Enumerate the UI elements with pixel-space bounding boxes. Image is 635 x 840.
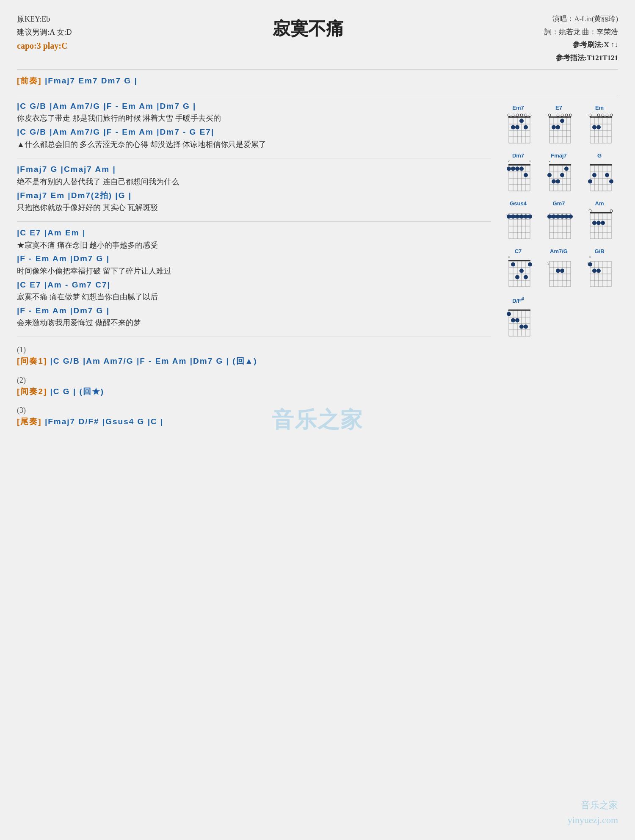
chord-diagram-am: Am xyxy=(581,200,618,242)
svg-point-112 xyxy=(605,173,609,177)
interlude2-num: (2) xyxy=(17,376,491,385)
svg-point-164 xyxy=(589,210,591,212)
chord-diagram-dm7: Dm7×× xyxy=(500,152,537,194)
svg-point-40 xyxy=(556,125,560,129)
svg-point-12 xyxy=(508,114,510,116)
svg-point-76 xyxy=(511,166,515,171)
svg-rect-42 xyxy=(590,116,612,118)
main-content: |C G/B |Am Am7/G |F - Em Am |Dm7 G | 你皮衣… xyxy=(17,100,618,432)
svg-rect-98 xyxy=(590,164,612,166)
chorus-lyric3: 寂寞不痛 痛在做梦 幻想当你自由腻了以后 xyxy=(17,291,491,303)
bridge-chords1: |Fmaj7 G |Cmaj7 Am | xyxy=(17,163,491,176)
svg-point-199 xyxy=(556,268,560,273)
page: 原KEY:Eb 建议男调:A 女:D capo:3 play:C 寂寞不痛 演唱… xyxy=(0,0,635,840)
chord-diagram-g: G xyxy=(581,152,618,194)
svg-point-128 xyxy=(511,214,515,218)
chord-diagram-gsus4: Gsus43 xyxy=(500,200,537,242)
chorus-lyric2: 时间像笨小偷把幸福打破 留下了碎片让人难过 xyxy=(17,265,491,277)
svg-point-34 xyxy=(548,114,551,116)
svg-point-168 xyxy=(601,221,605,225)
svg-point-186 xyxy=(528,262,532,266)
svg-point-148 xyxy=(556,214,560,218)
svg-point-21 xyxy=(524,125,528,129)
interlude1-num: (1) xyxy=(17,345,491,354)
chorus-lyric4: 会来激动吻我用爱悔过 做醒不来的梦 xyxy=(17,317,491,329)
svg-point-77 xyxy=(515,166,519,171)
interlude2-label: [间奏2] xyxy=(17,387,47,396)
svg-point-37 xyxy=(565,114,568,116)
chord-svg xyxy=(503,305,533,340)
song-title: 寂寞不痛 xyxy=(72,13,544,41)
chord-name: Gsus4 xyxy=(510,200,527,207)
svg-point-215 xyxy=(592,268,596,273)
svg-point-150 xyxy=(564,214,569,218)
svg-point-56 xyxy=(602,114,604,116)
chord-name: E7 xyxy=(555,105,562,111)
svg-point-200 xyxy=(560,268,564,273)
svg-point-146 xyxy=(547,214,552,218)
singer: 演唱：A-Lin(黄丽玲) xyxy=(544,13,618,26)
chord-diagrams: Em7E7EmDm7××Fmaj7×GGsus43Gm73AmC7×Am7/G3… xyxy=(500,100,618,432)
header-area: 原KEY:Eb 建议男调:A 女:D capo:3 play:C 寂寞不痛 演唱… xyxy=(17,13,618,64)
svg-point-58 xyxy=(610,114,613,116)
svg-point-17 xyxy=(529,114,531,116)
chord-name: Dm7 xyxy=(512,152,524,159)
svg-point-20 xyxy=(519,119,524,123)
svg-point-39 xyxy=(552,125,556,129)
svg-point-16 xyxy=(525,114,527,116)
chord-diagram-gb: G/B5× xyxy=(581,248,618,290)
interlude3: (3) [尾奏] |Fmaj7 D/F# |Gsus4 G |C | xyxy=(17,406,491,428)
svg-point-182 xyxy=(511,262,515,266)
svg-point-167 xyxy=(596,221,601,225)
chord-diagram-em: Em xyxy=(581,105,618,146)
svg-point-38 xyxy=(569,114,572,116)
interlude3-line: [尾奏] |Fmaj7 D/F# |Gsus4 G |C | xyxy=(17,416,491,428)
prelude-line: [前奏] |Fmaj7 Em7 Dm7 G | xyxy=(17,75,618,87)
chord-svg xyxy=(584,112,615,146)
chorus-chords4: |F - Em Am |Dm7 G | xyxy=(17,305,491,317)
svg-point-166 xyxy=(592,221,596,225)
svg-point-55 xyxy=(597,114,600,116)
chord-svg: 3 xyxy=(503,207,533,242)
chord-svg xyxy=(584,207,615,242)
chorus-chords3: |C E7 |Am - Gm7 C7| xyxy=(17,279,491,291)
chord-svg: 5× xyxy=(584,255,615,290)
chord-name: Fmaj7 xyxy=(551,152,567,159)
verse1-lyric2: ▲什么都总会旧的 多么苦涩无奈的心得 却没选择 体谅地相信你只是爱累了 xyxy=(17,138,491,151)
svg-point-79 xyxy=(524,173,528,177)
chord-svg: ×× xyxy=(503,160,533,194)
svg-point-151 xyxy=(569,214,573,218)
verse1-chords2: |C G/B |Am Am7/G |F - Em Am |Dm7 - G E7| xyxy=(17,126,491,138)
original-key: 原KEY:Eb xyxy=(17,13,72,26)
svg-point-229 xyxy=(507,312,511,316)
svg-point-96 xyxy=(560,173,564,177)
interlude2-chords: |C G | (回★) xyxy=(50,387,105,396)
svg-point-59 xyxy=(592,125,596,129)
svg-point-19 xyxy=(515,125,519,129)
chorus-section: |C E7 |Am Em | ★寂寞不痛 痛在念旧 越小的事越多的感受 |F -… xyxy=(17,227,491,329)
verse1-section: |C G/B |Am Am7/G |F - Em Am |Dm7 G | 你皮衣… xyxy=(17,100,491,151)
svg-rect-217 xyxy=(508,309,530,311)
interlude2: (2) [间奏2] |C G | (回★) xyxy=(17,376,491,398)
svg-point-14 xyxy=(516,114,519,116)
verse1-chords1: |C G/B |Am Am7/G |F - Em Am |Dm7 G | xyxy=(17,100,491,113)
interlude3-chords: |Fmaj7 D/F# |Gsus4 G |C | xyxy=(45,417,163,426)
chord-name: G xyxy=(597,152,602,159)
svg-point-132 xyxy=(528,214,532,218)
suggested-key: 建议男调:A 女:D xyxy=(17,26,72,39)
chord-name: G/B xyxy=(594,248,604,254)
finger-ref: 参考指法:T121T121 xyxy=(544,52,618,65)
svg-point-129 xyxy=(515,214,519,218)
interlude3-num: (3) xyxy=(17,406,491,415)
bridge-lyric1: 绝不是有别的人替代我了 连自己都想问我为什么 xyxy=(17,176,491,188)
chord-diagram-gm7: Gm73 xyxy=(540,200,577,242)
svg-point-97 xyxy=(564,166,569,171)
chorus-lyric1: ★寂寞不痛 痛在念旧 越小的事越多的感受 xyxy=(17,239,491,251)
watermark-bottom: 音乐之家yinyuezj.com xyxy=(568,798,618,827)
interlude1-line: [间奏1] |C G/B |Am Am7/G |F - Em Am |Dm7 G… xyxy=(17,355,491,368)
chord-svg: × xyxy=(503,255,533,290)
svg-point-149 xyxy=(560,214,564,218)
chord-svg: 3 xyxy=(544,207,574,242)
bridge-lyric2: 只抱抱你就放手像好好的 其实心 瓦解斑驳 xyxy=(17,202,491,214)
svg-text:×: × xyxy=(548,160,550,163)
